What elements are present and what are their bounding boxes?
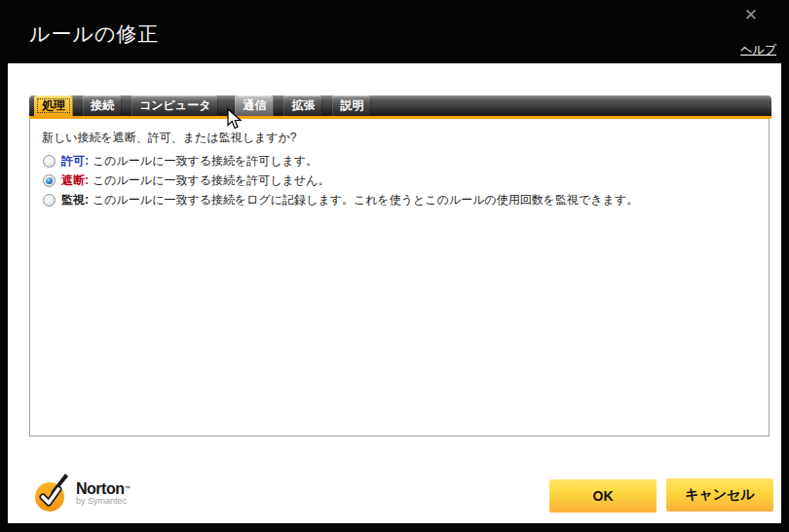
brand-words: Norton™ by Symantec [76, 481, 130, 506]
option-block[interactable]: 遮断:このルールに一致する接続を許可しません。 [43, 171, 638, 190]
option-block-label: 遮断:このルールに一致する接続を許可しません。 [61, 172, 329, 189]
radio-block[interactable] [43, 174, 56, 187]
tab-description[interactable]: 説明 [332, 95, 371, 116]
option-allow-label: 許可:このルールに一致する接続を許可します。 [61, 153, 318, 170]
tab-connection[interactable]: 接続 [83, 95, 122, 116]
option-monitor[interactable]: 監視:このルールに一致する接続をログに記録します。これを使うとこのルールの使用回… [43, 190, 638, 209]
radio-group: 許可:このルールに一致する接続を許可します。 遮断:このルールに一致する接続を許… [43, 151, 638, 209]
close-icon[interactable]: ✕ [744, 7, 758, 23]
tab-action[interactable]: 処理 [34, 95, 73, 116]
brand-subtitle: by Symantec [76, 496, 130, 506]
option-allow[interactable]: 許可:このルールに一致する接続を許可します。 [43, 151, 638, 171]
option-monitor-label: 監視:このルールに一致する接続をログに記録します。これを使うとこのルールの使用回… [61, 192, 638, 209]
radio-allow[interactable] [43, 155, 56, 168]
tab-strip: 処理 接続 コンピュータ 通信 拡張 説明 [29, 95, 771, 116]
tab-computer[interactable]: コンピュータ [132, 95, 218, 116]
ok-button[interactable]: OK [549, 479, 657, 513]
cancel-button[interactable]: キャンセル [666, 478, 773, 512]
tab-communication[interactable]: 通信 [235, 95, 274, 116]
radio-monitor[interactable] [43, 194, 56, 207]
help-link[interactable]: ヘルプ [740, 42, 776, 58]
dialog-panel: 処理 接続 コンピュータ 通信 拡張 説明 新しい接続を遮断、許可、または監視し… [8, 63, 781, 523]
norton-logo: Norton™ by Symantec [31, 473, 130, 513]
brand-name: Norton™ [76, 481, 130, 496]
question-text: 新しい接続を遮断、許可、または監視しますか? [42, 130, 297, 146]
dialog-title: ルールの修正 [29, 20, 159, 48]
rule-edit-dialog: ルールの修正 ✕ ヘルプ 処理 接続 コンピュータ 通信 拡張 説明 新しい接続… [0, 0, 789, 532]
tab-advanced[interactable]: 拡張 [283, 95, 322, 116]
norton-check-icon [31, 473, 72, 513]
tab-page-action: 新しい接続を遮断、許可、または監視しますか? 許可:このルールに一致する接続を許… [29, 119, 770, 437]
